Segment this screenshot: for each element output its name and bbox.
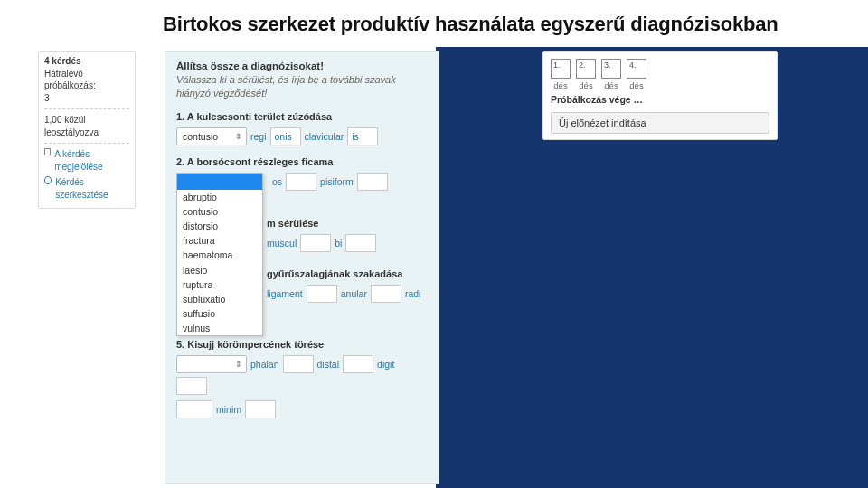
chevron-down-icon: ⇕ [235, 360, 242, 369]
quiz-subheader: Válassza ki a sérülést, és írja be a tov… [176, 73, 428, 100]
q4-word-2: anular [341, 288, 367, 299]
dropdown-option[interactable]: distorsio [177, 219, 262, 233]
nav-slot-label: dés [579, 80, 592, 90]
q2-input-2[interactable] [357, 173, 388, 191]
quiz-header: Állítsa össze a diagnózisokat! [176, 61, 428, 71]
edit-question-link[interactable]: Kérdés szerkesztése [44, 176, 129, 201]
flag-icon [44, 148, 51, 155]
flag-question-link[interactable]: A kérdés megjelölése [44, 148, 129, 173]
q3-word-1: muscul [267, 238, 297, 249]
q1-word-1: regi [250, 131, 267, 142]
question-2: 2. A borsócsont részleges ficama ⇕ abrup… [176, 156, 428, 191]
dropdown-option[interactable]: abruptio [177, 190, 262, 204]
q1-input-2[interactable]: is [347, 127, 378, 145]
q3-word-2: bi [335, 238, 342, 249]
q2-input-1[interactable] [286, 173, 316, 191]
q5-input-1[interactable] [283, 355, 314, 373]
meta-attempts-value: 3 [44, 92, 129, 105]
question-nav-slots: 1. dés 2. dés 3. dés 4. dés [551, 59, 769, 90]
nav-finish-label[interactable]: Próbálkozás vége … [551, 94, 769, 105]
nav-slot-label: dés [604, 80, 618, 90]
q5-injury-select[interactable]: ⇕ [176, 355, 247, 373]
question-5: 5. Kisujj körömpercének törése ⇕ phalan … [176, 339, 428, 418]
divider [44, 143, 129, 144]
dropdown-option[interactable]: contusio [177, 204, 262, 219]
nav-slot[interactable]: 1. dés [551, 59, 571, 90]
question-1: 1. A kulcscsonti terület zúzódása contus… [176, 111, 428, 145]
q2-word-2: pisiform [320, 176, 354, 187]
dropdown-option[interactable]: subluxatio [177, 292, 262, 306]
q4-word-3: radi [405, 288, 421, 299]
divider [44, 108, 129, 109]
dropdown-option[interactable]: vulnus [177, 321, 262, 335]
q5-word-3: digit [377, 359, 394, 370]
nav-slot-box: 2. [576, 59, 596, 79]
q5-input-4[interactable] [176, 400, 212, 418]
q2-word-1: os [272, 176, 282, 187]
dropdown-option[interactable]: suffusio [177, 306, 262, 321]
restart-preview-button[interactable]: Új előnézet indítása [551, 112, 769, 134]
navigation-card: 1. dés 2. dés 3. dés 4. dés Próbálkozás … [542, 51, 778, 140]
nav-slot-label: dés [553, 80, 567, 90]
nav-slot[interactable]: 2. dés [576, 59, 596, 90]
q5-input-5[interactable] [245, 400, 276, 418]
q5-input-3[interactable] [176, 377, 207, 395]
chevron-down-icon: ⇕ [235, 132, 242, 141]
dropdown-option[interactable]: laesio [177, 263, 262, 277]
question-meta-card: 4 kérdés Hátralévő próbálkozás: 3 1,00 k… [38, 51, 136, 209]
q4-input-1[interactable] [307, 285, 337, 303]
page-title: Birtokos szerkezet produktív használata … [163, 13, 778, 36]
q5-word-2: distal [317, 359, 340, 370]
nav-slot[interactable]: 4. dés [627, 59, 646, 90]
q1-title: 1. A kulcscsonti terület zúzódása [176, 111, 428, 122]
q2-injury-options: abruptio contusio distorsio fractura hae… [176, 173, 263, 337]
meta-grade: 1,00 közül leosztályozva [44, 114, 129, 138]
dropdown-highlight[interactable] [177, 174, 262, 190]
q5-word-4: minim [216, 404, 241, 415]
nav-slot-label: dés [629, 80, 643, 90]
q5-title: 5. Kisujj körömpercének törése [176, 339, 428, 350]
q1-injury-value: contusio [183, 131, 218, 142]
nav-slot-box: 1. [551, 59, 571, 79]
dropdown-option[interactable]: ruptura [177, 277, 262, 292]
dropdown-option[interactable]: fractura [177, 233, 262, 248]
q1-input-1[interactable]: onis [270, 127, 301, 145]
q3-input-2[interactable] [345, 234, 376, 252]
q3-input-1[interactable] [300, 234, 331, 252]
q5-word-1: phalan [250, 359, 279, 370]
gear-icon [44, 176, 52, 184]
meta-attempts-label: Hátralévő próbálkozás: [44, 68, 129, 92]
q5-input-2[interactable] [343, 355, 373, 373]
nav-slot-box: 4. [627, 59, 646, 79]
q2-title: 2. A borsócsont részleges ficama [176, 156, 428, 167]
q4-input-2[interactable] [371, 285, 401, 303]
nav-slot[interactable]: 3. dés [601, 59, 621, 90]
dropdown-option[interactable]: haematoma [177, 248, 262, 262]
edit-question-label: Kérdés szerkesztése [55, 176, 129, 201]
quiz-panel: Állítsa össze a diagnózisokat! Válassza … [165, 51, 439, 484]
flag-question-label: A kérdés megjelölése [54, 148, 129, 173]
q4-word-1: ligament [267, 288, 303, 299]
meta-question-count: 4 kérdés [44, 55, 129, 68]
q1-word-2: clavicular [305, 131, 344, 142]
nav-slot-box: 3. [601, 59, 621, 79]
q1-injury-select[interactable]: contusio ⇕ [176, 127, 247, 145]
